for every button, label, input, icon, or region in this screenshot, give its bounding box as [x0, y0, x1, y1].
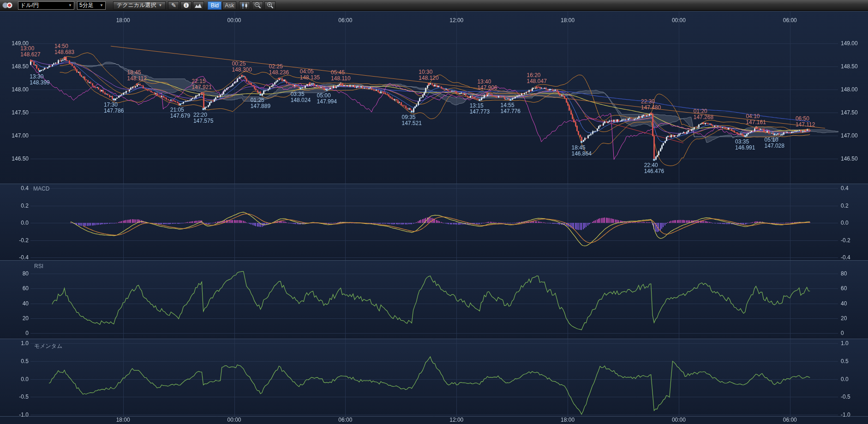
bid-toggle-button[interactable]: Bid — [208, 1, 221, 10]
ask-label: Ask — [225, 2, 234, 9]
price-chart-canvas[interactable] — [0, 0, 868, 424]
chevron-down-icon: ▼ — [158, 3, 162, 7]
chevron-down-icon: ▼ — [100, 3, 103, 7]
ask-toggle-button[interactable]: Ask — [222, 1, 236, 10]
rsi-panel-label: RSI — [34, 263, 43, 269]
zoom-in-button[interactable] — [264, 1, 275, 10]
candlestick-icon — [241, 2, 248, 9]
macd-panel-label: MACD — [33, 185, 49, 192]
timeframe-value: 5分足 — [79, 1, 94, 9]
fx-chart-app: 149.00149.00148.50148.50148.00148.00147.… — [0, 0, 868, 424]
area-chart-icon — [195, 3, 202, 8]
chart-style-button[interactable] — [193, 1, 204, 10]
bid-label: Bid — [211, 2, 219, 9]
currency-pair-flag-icon — [2, 1, 15, 9]
toolbar: ドル/円 ▼ 5分足 ▼ テクニカル選択 ▼ ✎ i Bid Ask — [0, 0, 868, 11]
currency-pair-select[interactable]: ドル/円 ▼ — [18, 1, 74, 10]
chevron-down-icon: ▼ — [68, 3, 72, 7]
zoom-reset-button[interactable] — [252, 1, 263, 10]
momentum-panel-label: モメンタム — [34, 342, 62, 350]
info-button[interactable]: i — [180, 1, 192, 10]
technical-select-label: テクニカル選択 — [117, 1, 156, 9]
draw-tool-button[interactable]: ✎ — [168, 1, 179, 10]
currency-pair-value: ドル/円 — [20, 1, 39, 9]
technical-select-button[interactable]: テクニカル選択 ▼ — [113, 1, 166, 10]
info-icon: i — [184, 3, 189, 8]
zoom-reset-icon — [254, 2, 261, 9]
zoom-in-icon — [267, 2, 274, 9]
pencil-icon: ✎ — [171, 2, 176, 8]
candlestick-chart-button[interactable] — [239, 1, 250, 10]
timeframe-select[interactable]: 5分足 ▼ — [77, 1, 106, 10]
